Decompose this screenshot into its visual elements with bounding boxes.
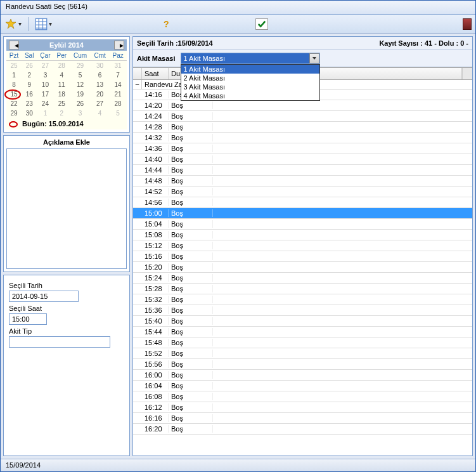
combo-option[interactable]: 3 Akit Masası	[181, 82, 319, 91]
star-icon[interactable]	[4, 18, 17, 30]
table-row[interactable]: 15:40Boş	[133, 316, 472, 327]
table-row[interactable]: 15:16Boş	[133, 251, 472, 262]
grid-header-toggle[interactable]	[133, 68, 142, 79]
calendar-day[interactable]: 22	[6, 99, 22, 108]
combo-selected-value[interactable]: 1 Akit Masası	[181, 53, 320, 64]
calendar-day[interactable]: 14	[109, 80, 127, 89]
calendar-day[interactable]: 3	[70, 108, 91, 118]
calendar-day[interactable]: 16	[22, 89, 37, 99]
table-row[interactable]: 15:08Boş	[133, 230, 472, 240]
grid-header-saat[interactable]: Saat	[142, 68, 169, 79]
calendar-day[interactable]: 30	[91, 61, 109, 71]
table-row[interactable]: 16:08Boş	[133, 391, 472, 402]
cell-durum: Boş	[169, 134, 213, 141]
table-row[interactable]: 15:28Boş	[133, 284, 472, 294]
table-row[interactable]: 15:52Boş	[133, 348, 472, 359]
calendar-day[interactable]: 29	[6, 108, 22, 118]
calendar-day[interactable]: 12	[70, 80, 91, 89]
close-icon[interactable]	[463, 18, 472, 30]
table-row[interactable]: 14:56Boş	[133, 197, 472, 208]
calendar-day[interactable]: 21	[109, 89, 127, 99]
calendar-day[interactable]: 7	[109, 70, 127, 80]
table-row[interactable]: 15:44Boş	[133, 327, 472, 338]
calendar-next-button[interactable]: ►	[114, 41, 124, 49]
calendar-day[interactable]: 28	[54, 61, 70, 71]
calendar-day[interactable]: 4	[91, 108, 109, 118]
table-row[interactable]: 14:40Boş	[133, 154, 472, 165]
calendar-day[interactable]: 25	[6, 61, 22, 71]
calendar-day[interactable]: 13	[91, 80, 109, 89]
table-row[interactable]: 15:56Boş	[133, 359, 472, 370]
akit-masasi-combo[interactable]: 1 Akit Masası 1 Akit Masası2 Akit Masası…	[181, 53, 320, 64]
table-row[interactable]: 14:24Boş	[133, 111, 472, 122]
collapse-icon[interactable]: –	[133, 80, 142, 89]
calendar-day[interactable]: 1	[37, 108, 53, 118]
calendar-day[interactable]: 28	[109, 99, 127, 108]
chevron-down-icon[interactable]	[309, 53, 319, 63]
grid-dropdown-arrow[interactable]: ▾	[49, 20, 52, 27]
calendar-day[interactable]: 1	[6, 70, 22, 80]
table-row[interactable]: 14:32Boş	[133, 133, 472, 143]
calendar-day[interactable]: 23	[22, 99, 37, 108]
calendar-prev-button[interactable]: ◄	[9, 41, 19, 49]
table-row[interactable]: 15:20Boş	[133, 262, 472, 273]
calendar-day[interactable]: 8	[6, 80, 22, 89]
table-row[interactable]: 15:32Boş	[133, 294, 472, 305]
table-row[interactable]: 14:48Boş	[133, 176, 472, 187]
calendar-today-row[interactable]: Bugün: 15.09.2014	[6, 118, 127, 129]
table-row[interactable]: 16:12Boş	[133, 402, 472, 413]
secili-tarih-input[interactable]	[9, 291, 79, 302]
calendar-day[interactable]: 26	[22, 61, 37, 71]
calendar-day[interactable]: 27	[37, 61, 53, 71]
combo-option[interactable]: 2 Akit Masası	[181, 74, 319, 82]
confirm-button[interactable]	[255, 18, 268, 30]
calendar-day[interactable]: 31	[109, 61, 127, 71]
aciklama-textarea[interactable]	[6, 148, 127, 269]
akit-tip-input[interactable]	[9, 336, 110, 348]
combo-dropdown-list[interactable]: 1 Akit Masası2 Akit Masası3 Akit Masası4…	[181, 64, 320, 101]
table-row[interactable]: 14:28Boş	[133, 122, 472, 133]
calendar-day[interactable]: 29	[70, 61, 91, 71]
calendar-day[interactable]: 6	[91, 70, 109, 80]
table-row[interactable]: 14:20Boş	[133, 100, 472, 111]
table-row[interactable]: 15:24Boş	[133, 273, 472, 284]
calendar-day[interactable]: 5	[70, 70, 91, 80]
calendar-day[interactable]: 3	[37, 70, 53, 80]
combo-option[interactable]: 4 Akit Masası	[181, 91, 319, 100]
calendar-day[interactable]: 19	[70, 89, 91, 99]
calendar-day[interactable]: 30	[22, 108, 37, 118]
calendar-day[interactable]: 24	[37, 99, 53, 108]
calendar-day[interactable]: 2	[54, 108, 70, 118]
table-row[interactable]: 16:16Boş	[133, 413, 472, 424]
calendar-day[interactable]: 9	[22, 80, 37, 89]
help-icon[interactable]: ?	[164, 19, 169, 29]
grid-body[interactable]: 14:16Boş14:20Boş14:24Boş14:28Boş14:32Boş…	[133, 89, 472, 456]
table-row[interactable]: 15:12Boş	[133, 240, 472, 251]
calendar-day[interactable]: 17	[37, 89, 53, 99]
calendar-day[interactable]: 4	[54, 70, 70, 80]
calendar-day[interactable]: 5	[109, 108, 127, 118]
grid-icon[interactable]	[35, 18, 48, 30]
table-row[interactable]: 16:20Boş	[133, 424, 472, 435]
calendar-day[interactable]: 18	[54, 89, 70, 99]
star-dropdown-arrow[interactable]: ▾	[18, 20, 22, 27]
table-row[interactable]: 15:36Boş	[133, 305, 472, 316]
combo-option[interactable]: 1 Akit Masası	[181, 65, 319, 74]
calendar-day[interactable]: 15	[6, 89, 22, 99]
calendar-day[interactable]: 27	[91, 99, 109, 108]
calendar-day[interactable]: 20	[91, 89, 109, 99]
table-row[interactable]: 16:00Boş	[133, 370, 472, 381]
table-row[interactable]: 15:48Boş	[133, 338, 472, 348]
calendar-day[interactable]: 10	[37, 80, 53, 89]
table-row[interactable]: 14:52Boş	[133, 187, 472, 197]
table-row[interactable]: 14:36Boş	[133, 143, 472, 154]
calendar-day[interactable]: 26	[70, 99, 91, 108]
table-row[interactable]: 14:44Boş	[133, 165, 472, 176]
calendar-day[interactable]: 25	[54, 99, 70, 108]
table-row[interactable]: 16:04Boş	[133, 381, 472, 391]
calendar-day[interactable]: 2	[22, 70, 37, 80]
calendar-day[interactable]: 11	[54, 80, 70, 89]
table-row[interactable]: 15:00Boş	[133, 208, 472, 219]
table-row[interactable]: 15:04Boş	[133, 219, 472, 230]
secili-saat-input[interactable]	[9, 313, 47, 325]
